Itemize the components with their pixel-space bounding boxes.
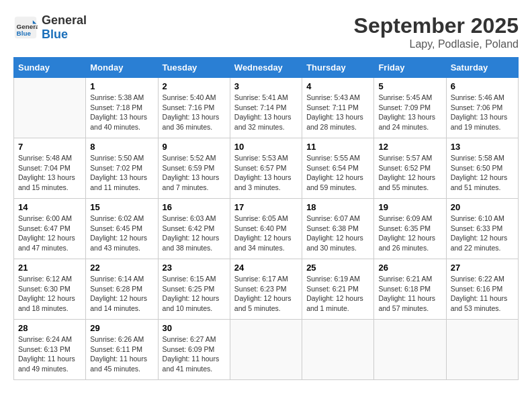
- calendar-cell: 19Sunrise: 6:09 AM Sunset: 6:35 PM Dayli…: [374, 199, 446, 259]
- day-number: 15: [90, 202, 153, 212]
- calendar-cell: 5Sunrise: 5:45 AM Sunset: 7:09 PM Daylig…: [374, 78, 446, 138]
- day-number: 21: [18, 263, 81, 273]
- weekday-header-sunday: Sunday: [14, 58, 86, 78]
- calendar-cell: 1Sunrise: 5:38 AM Sunset: 7:18 PM Daylig…: [86, 78, 158, 138]
- weekday-header-friday: Friday: [374, 58, 446, 78]
- day-info: Sunrise: 5:53 AM Sunset: 6:57 PM Dayligh…: [234, 153, 298, 193]
- calendar-cell: 2Sunrise: 5:40 AM Sunset: 7:16 PM Daylig…: [158, 78, 230, 138]
- calendar-cell: [446, 320, 518, 380]
- day-info: Sunrise: 5:41 AM Sunset: 7:14 PM Dayligh…: [234, 93, 298, 132]
- svg-text:Blue: Blue: [17, 30, 32, 37]
- calendar-cell: 17Sunrise: 6:05 AM Sunset: 6:40 PM Dayli…: [230, 199, 302, 259]
- weekday-header-wednesday: Wednesday: [230, 58, 302, 78]
- day-info: Sunrise: 6:05 AM Sunset: 6:40 PM Dayligh…: [234, 214, 298, 253]
- calendar-cell: 18Sunrise: 6:07 AM Sunset: 6:38 PM Dayli…: [302, 199, 374, 259]
- day-info: Sunrise: 5:52 AM Sunset: 6:59 PM Dayligh…: [163, 153, 226, 193]
- day-number: 27: [451, 263, 514, 273]
- day-info: Sunrise: 6:00 AM Sunset: 6:47 PM Dayligh…: [18, 214, 81, 253]
- calendar-table: SundayMondayTuesdayWednesdayThursdayFrid…: [13, 57, 519, 380]
- calendar-cell: 25Sunrise: 6:19 AM Sunset: 6:21 PM Dayli…: [302, 259, 374, 320]
- calendar-cell: 3Sunrise: 5:41 AM Sunset: 7:14 PM Daylig…: [230, 78, 302, 138]
- calendar-cell: [230, 320, 302, 380]
- week-row-2: 7Sunrise: 5:48 AM Sunset: 7:04 PM Daylig…: [14, 138, 519, 199]
- day-number: 10: [234, 142, 298, 152]
- day-info: Sunrise: 5:46 AM Sunset: 7:06 PM Dayligh…: [451, 93, 514, 132]
- calendar-cell: 9Sunrise: 5:52 AM Sunset: 6:59 PM Daylig…: [158, 138, 230, 199]
- weekday-header-monday: Monday: [86, 58, 158, 78]
- day-number: 6: [451, 81, 514, 91]
- calendar-cell: 10Sunrise: 5:53 AM Sunset: 6:57 PM Dayli…: [230, 138, 302, 199]
- calendar-header: SundayMondayTuesdayWednesdayThursdayFrid…: [14, 58, 519, 78]
- day-info: Sunrise: 6:15 AM Sunset: 6:25 PM Dayligh…: [163, 274, 226, 314]
- calendar-cell: 6Sunrise: 5:46 AM Sunset: 7:06 PM Daylig…: [446, 78, 518, 138]
- weekday-header-tuesday: Tuesday: [158, 58, 230, 78]
- day-number: 20: [451, 202, 514, 212]
- location-subtitle: Lapy, Podlasie, Poland: [354, 38, 519, 50]
- calendar-cell: [374, 320, 446, 380]
- day-info: Sunrise: 5:40 AM Sunset: 7:16 PM Dayligh…: [163, 93, 226, 132]
- calendar-cell: 21Sunrise: 6:12 AM Sunset: 6:30 PM Dayli…: [14, 259, 86, 320]
- week-row-4: 21Sunrise: 6:12 AM Sunset: 6:30 PM Dayli…: [14, 259, 519, 320]
- day-number: 16: [163, 202, 226, 212]
- calendar-cell: 22Sunrise: 6:14 AM Sunset: 6:28 PM Dayli…: [86, 259, 158, 320]
- day-number: 30: [163, 323, 226, 333]
- day-info: Sunrise: 6:21 AM Sunset: 6:18 PM Dayligh…: [378, 274, 441, 314]
- day-number: 5: [378, 81, 441, 91]
- week-row-1: 1Sunrise: 5:38 AM Sunset: 7:18 PM Daylig…: [14, 78, 519, 138]
- calendar-cell: 28Sunrise: 6:24 AM Sunset: 6:13 PM Dayli…: [14, 320, 86, 380]
- calendar-cell: 7Sunrise: 5:48 AM Sunset: 7:04 PM Daylig…: [14, 138, 86, 199]
- day-info: Sunrise: 5:43 AM Sunset: 7:11 PM Dayligh…: [306, 93, 369, 132]
- calendar-cell: 13Sunrise: 5:58 AM Sunset: 6:50 PM Dayli…: [446, 138, 518, 199]
- day-number: 4: [306, 81, 369, 91]
- day-info: Sunrise: 5:50 AM Sunset: 7:02 PM Dayligh…: [90, 153, 153, 193]
- day-number: 26: [378, 263, 441, 273]
- day-info: Sunrise: 6:26 AM Sunset: 6:11 PM Dayligh…: [90, 334, 153, 374]
- calendar-cell: 26Sunrise: 6:21 AM Sunset: 6:18 PM Dayli…: [374, 259, 446, 320]
- day-number: 9: [163, 142, 226, 152]
- day-info: Sunrise: 6:24 AM Sunset: 6:13 PM Dayligh…: [18, 334, 81, 374]
- day-info: Sunrise: 6:14 AM Sunset: 6:28 PM Dayligh…: [90, 274, 153, 314]
- weekday-header-saturday: Saturday: [446, 58, 518, 78]
- day-number: 18: [306, 202, 369, 212]
- day-number: 11: [306, 142, 369, 152]
- calendar-cell: 14Sunrise: 6:00 AM Sunset: 6:47 PM Dayli…: [14, 199, 86, 259]
- weekday-header-thursday: Thursday: [302, 58, 374, 78]
- day-info: Sunrise: 6:03 AM Sunset: 6:42 PM Dayligh…: [163, 214, 226, 253]
- day-info: Sunrise: 5:58 AM Sunset: 6:50 PM Dayligh…: [451, 153, 514, 193]
- day-info: Sunrise: 5:48 AM Sunset: 7:04 PM Dayligh…: [18, 153, 81, 193]
- calendar-cell: [14, 78, 86, 138]
- day-info: Sunrise: 6:19 AM Sunset: 6:21 PM Dayligh…: [306, 274, 369, 314]
- day-info: Sunrise: 6:17 AM Sunset: 6:23 PM Dayligh…: [234, 274, 298, 314]
- logo-general: General: [42, 13, 87, 28]
- day-number: 8: [90, 142, 153, 152]
- calendar-cell: 23Sunrise: 6:15 AM Sunset: 6:25 PM Dayli…: [158, 259, 230, 320]
- day-number: 29: [90, 323, 153, 333]
- calendar-cell: 27Sunrise: 6:22 AM Sunset: 6:16 PM Dayli…: [446, 259, 518, 320]
- day-number: 13: [451, 142, 514, 152]
- day-info: Sunrise: 6:27 AM Sunset: 6:09 PM Dayligh…: [163, 334, 226, 374]
- day-number: 17: [234, 202, 298, 212]
- day-info: Sunrise: 6:10 AM Sunset: 6:33 PM Dayligh…: [451, 214, 514, 253]
- calendar-cell: [302, 320, 374, 380]
- calendar-cell: 11Sunrise: 5:55 AM Sunset: 6:54 PM Dayli…: [302, 138, 374, 199]
- title-block: September 2025 Lapy, Podlasie, Poland: [354, 13, 519, 50]
- weekday-header-row: SundayMondayTuesdayWednesdayThursdayFrid…: [14, 58, 519, 78]
- logo-icon: General Blue: [13, 15, 38, 40]
- day-number: 1: [90, 81, 153, 91]
- day-info: Sunrise: 6:12 AM Sunset: 6:30 PM Dayligh…: [18, 274, 81, 314]
- calendar-body: 1Sunrise: 5:38 AM Sunset: 7:18 PM Daylig…: [14, 78, 519, 380]
- day-number: 23: [163, 263, 226, 273]
- day-number: 24: [234, 263, 298, 273]
- calendar-cell: 16Sunrise: 6:03 AM Sunset: 6:42 PM Dayli…: [158, 199, 230, 259]
- day-number: 7: [18, 142, 81, 152]
- week-row-5: 28Sunrise: 6:24 AM Sunset: 6:13 PM Dayli…: [14, 320, 519, 380]
- calendar-cell: 4Sunrise: 5:43 AM Sunset: 7:11 PM Daylig…: [302, 78, 374, 138]
- day-info: Sunrise: 6:22 AM Sunset: 6:16 PM Dayligh…: [451, 274, 514, 314]
- month-year-title: September 2025: [354, 13, 519, 38]
- day-info: Sunrise: 5:38 AM Sunset: 7:18 PM Dayligh…: [90, 93, 153, 132]
- day-number: 3: [234, 81, 298, 91]
- calendar-cell: 12Sunrise: 5:57 AM Sunset: 6:52 PM Dayli…: [374, 138, 446, 199]
- page-header: General Blue General Blue September 2025…: [13, 13, 519, 50]
- day-info: Sunrise: 6:02 AM Sunset: 6:45 PM Dayligh…: [90, 214, 153, 253]
- calendar-cell: 15Sunrise: 6:02 AM Sunset: 6:45 PM Dayli…: [86, 199, 158, 259]
